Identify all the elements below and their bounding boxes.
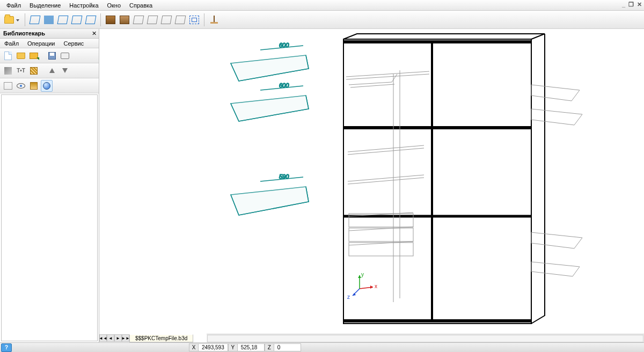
folder-icon [17,53,25,59]
material-2[interactable] [118,13,131,26]
panel-close-button[interactable]: ✕ [92,30,97,37]
toolbar-separator [100,13,101,26]
tab-nav-first[interactable]: ◄◄ [99,334,107,342]
3d-canvas[interactable]: 600 600 590 [99,29,644,342]
axis-y-label: y [361,272,364,277]
document-tab[interactable]: $$$PKCTempFile.b3d [129,334,193,342]
stand-tool[interactable] [208,13,221,26]
menu-bar: Файл Выделение Настройка Окно Справка _ … [0,0,644,11]
text-icon: T•T [17,68,25,74]
menu-help[interactable]: Справка [125,1,157,10]
open-button[interactable] [2,13,21,26]
axis-x-label: x [375,283,377,289]
panel-wand-button[interactable] [2,65,14,77]
help-button[interactable]: ? [1,343,12,352]
viewport[interactable]: 600 600 590 [99,29,644,342]
wireframe-icon [30,16,41,24]
view-mode-1[interactable] [132,13,145,26]
panel-down-button[interactable] [59,65,71,77]
box-icon [175,16,186,24]
dimension-label: 600 [279,82,289,89]
svg-line-14 [349,241,413,245]
view-wireframe-2[interactable] [56,13,69,26]
dimension-label: 590 [279,173,289,180]
axis-z-label: z [347,294,350,300]
print-icon [61,53,69,59]
wireframe-icon [85,16,97,24]
panel-list[interactable] [1,94,98,341]
panel-text-button[interactable]: T•T [15,65,27,77]
new-doc-icon [4,52,12,60]
scrollbar-horizontal[interactable] [207,334,644,342]
coord-y-value: 525,18 [238,343,265,351]
panel-up-button[interactable] [46,65,58,77]
panel-menu-operations[interactable]: Операции [23,39,59,48]
coord-z-value: 0 [274,343,301,351]
panel-print-button[interactable] [59,50,71,62]
panel-menu-service[interactable]: Сервис [60,39,89,48]
wireframe-icon [57,16,69,24]
close-button[interactable]: ✕ [637,1,642,8]
panel-save-button[interactable] [46,50,58,62]
panel-title-text: Библиотекарь [3,30,45,36]
main-toolbar [0,11,644,29]
view-wireframe-1[interactable] [28,13,41,26]
coordinate-readout: X 2493,593 Y 525,18 Z 0 [189,343,301,351]
wireframe-icon [71,16,83,24]
coord-y-label: Y [228,343,238,351]
view-shaded[interactable] [42,13,55,26]
menu-file[interactable]: Файл [2,1,25,10]
selection-icon [189,16,199,24]
coord-x-label: X [189,343,199,351]
panel-shade-button[interactable] [41,80,53,92]
minimize-button[interactable]: _ [622,1,625,8]
document-tabs: ◄◄ ◄ ► ►► $$$PKCTempFile.b3d [99,334,193,342]
tab-nav-prev[interactable]: ◄ [107,334,114,342]
box-icon [161,16,172,24]
import-icon [30,53,38,59]
view-wireframe-3[interactable] [70,13,83,26]
scrollbar-track[interactable] [207,335,643,342]
view-mode-2[interactable] [146,13,159,26]
panel-open-button[interactable] [15,50,27,62]
sphere-icon [43,82,50,90]
dimension-label: 600 [279,42,289,48]
panel-import-button[interactable] [28,50,40,62]
selection-tool[interactable] [188,13,201,26]
box-icon [133,16,144,24]
menu-window[interactable]: Окно [103,1,126,10]
panel-eye-button[interactable] [15,80,27,92]
panel-menu-file[interactable]: Файл [0,39,23,48]
view-mode-3[interactable] [160,13,173,26]
panel-menu: Файл Операции Сервис [0,39,99,48]
coord-x-value: 2493,593 [199,343,228,351]
panel-new-button[interactable] [2,50,14,62]
panel-toolbar-1 [0,48,99,63]
window-controls: _ ❐ ✕ [622,1,642,8]
view-wireframe-4[interactable] [84,13,97,26]
menu-selection[interactable]: Выделение [25,1,65,10]
restore-button[interactable]: ❐ [628,1,634,8]
panel-grid-button[interactable] [28,80,40,92]
material-1[interactable] [104,13,117,26]
shaded-icon [44,16,54,24]
panel-toolbar-2: T•T [0,63,99,78]
panel-toolbar-3 [0,78,99,93]
arrow-down-icon [62,68,68,73]
panel-hatch-button[interactable] [28,65,40,77]
toolbar-separator [204,13,204,26]
librarian-panel: Библиотекарь ✕ Файл Операции Сервис T•T [0,29,99,342]
svg-rect-3 [343,39,531,324]
wood-material-icon [120,16,129,24]
wand-icon [4,67,12,75]
stand-icon [209,16,219,24]
view-mode-4[interactable] [174,13,187,26]
coord-z-label: Z [265,343,274,351]
toolbar-separator [25,13,25,26]
tab-nav-next[interactable]: ► [114,334,122,342]
folder-icon [4,16,14,24]
arrow-up-icon [49,68,55,73]
tab-nav-last[interactable]: ►► [122,334,129,342]
panel-dim-button[interactable] [2,80,14,92]
menu-settings[interactable]: Настройка [65,1,103,10]
